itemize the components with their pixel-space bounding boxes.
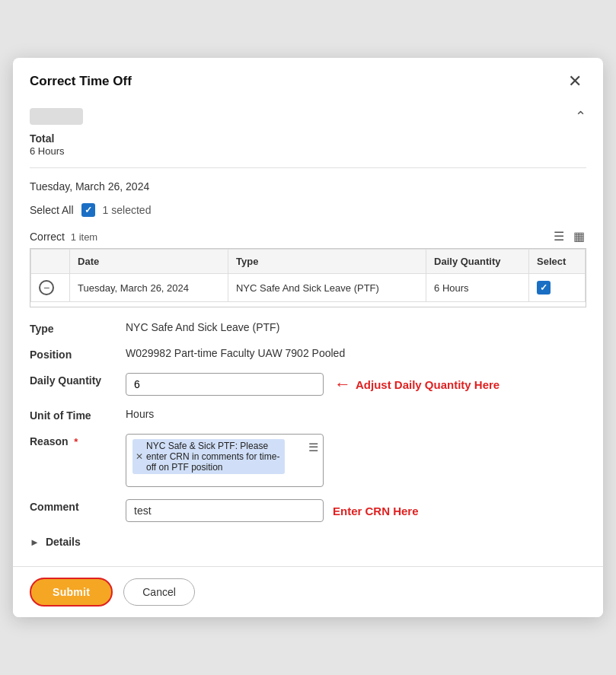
col-select: Select [529,250,586,274]
daily-quantity-input-group: ← Adjust Daily Quantity Here [126,373,500,396]
position-label: Position [30,347,113,361]
filter-icon-button[interactable]: ☰ [552,228,566,245]
type-row: Type NYC Safe And Sick Leave (PTF) [30,315,586,341]
collapse-icon[interactable]: ⌃ [575,108,586,125]
select-all-text: Select All [30,204,74,216]
table-head: Date Type Daily Quantity Select [31,250,586,274]
select-all-checkbox[interactable] [81,203,95,217]
time-off-table-wrapper: Date Type Daily Quantity Select Tuesday,… [30,248,586,307]
reason-row: Reason * ✕ NYC Safe & Sick PTF: Please e… [30,428,586,493]
close-button[interactable]: ✕ [563,72,586,91]
submit-button[interactable]: Submit [30,578,113,607]
row-select-cell [529,274,586,302]
comment-input-group: Enter CRN Here [126,499,419,522]
col-daily-quantity: Daily Quantity [426,250,529,274]
row-type-cell: NYC Safe And Sick Leave (PTF) [228,274,426,302]
reason-field[interactable]: ✕ NYC Safe & Sick PTF: Please enter CRN … [126,434,324,487]
details-row[interactable]: ► Details [30,528,586,551]
table-row: Tuesday, March 26, 2024 NYC Safe And Sic… [31,274,586,302]
total-value: 6 Hours [30,145,586,157]
reason-label: Reason * [30,434,113,447]
type-label: Type [30,321,113,335]
select-all-row: Select All 1 selected [30,197,586,223]
date-label: Tuesday, March 26, 2024 [30,176,586,197]
comment-input[interactable] [126,499,324,522]
row-select-checkbox[interactable] [537,281,551,295]
type-value: NYC Safe And Sick Leave (PTF) [126,321,279,333]
required-star: * [74,436,78,447]
correct-time-off-modal: Correct Time Off ✕ ⌃ Total 6 Hours Tuesd… [13,58,603,617]
table-body: Tuesday, March 26, 2024 NYC Safe And Sic… [31,274,586,302]
unit-of-time-value: Hours [126,408,154,420]
row-date-cell: Tuesday, March 26, 2024 [70,274,228,302]
details-label: Details [46,536,81,548]
correct-section-header: Correct 1 item ☰ ▦ [30,223,586,248]
row-action-cell [31,274,70,302]
daily-quantity-row: Daily Quantity ← Adjust Daily Quantity H… [30,367,586,402]
modal-body: ⌃ Total 6 Hours Tuesday, March 26, 2024 … [13,102,603,566]
adjust-annotation-text: Adjust Daily Quantity Here [356,378,500,391]
left-arrow-icon: ← [334,374,351,394]
table-header-row: Date Type Daily Quantity Select [31,250,586,274]
unit-of-time-row: Unit of Time Hours [30,402,586,428]
details-chevron-icon: ► [30,536,40,548]
minus-circle-button[interactable] [39,280,54,295]
reason-tag: ✕ NYC Safe & Sick PTF: Please enter CRN … [132,439,285,474]
table-icons: ☰ ▦ [552,228,586,245]
position-row: Position W029982 Part-time Faculty UAW 7… [30,341,586,367]
enter-crn-annotation: Enter CRN Here [333,505,419,517]
employee-section-header: ⌃ [30,102,586,128]
selected-count: 1 selected [103,204,152,216]
form-section: Type NYC Safe And Sick Leave (PTF) Posit… [30,307,586,559]
columns-icon-button[interactable]: ▦ [572,228,586,245]
divider-1 [30,167,586,168]
employee-avatar [30,108,83,125]
reason-tag-text: NYC Safe & Sick PTF: Please enter CRN in… [146,441,280,473]
row-daily-quantity-cell: 6 Hours [426,274,529,302]
reason-tag-remove[interactable]: ✕ [136,451,143,462]
adjust-annotation-group: ← Adjust Daily Quantity Here [334,374,500,394]
daily-quantity-input[interactable] [126,373,324,396]
modal-footer: Submit Cancel [13,566,603,617]
modal-overlay: Correct Time Off ✕ ⌃ Total 6 Hours Tuesd… [0,0,616,675]
unit-of-time-label: Unit of Time [30,408,113,422]
correct-label: Correct [30,231,65,243]
modal-title: Correct Time Off [30,74,132,89]
comment-row: Comment Enter CRN Here [30,493,586,528]
col-type: Type [228,250,426,274]
col-date: Date [70,250,228,274]
cancel-button[interactable]: Cancel [123,578,195,606]
position-value: W029982 Part-time Faculty UAW 7902 Poole… [126,347,345,359]
time-off-table: Date Type Daily Quantity Select Tuesday,… [30,249,586,302]
reason-list-icon[interactable]: ☰ [308,441,318,454]
correct-count: 1 item [71,231,97,243]
comment-label: Comment [30,499,113,513]
total-label: Total [30,132,586,145]
daily-quantity-label: Daily Quantity [30,373,113,387]
modal-header: Correct Time Off ✕ [13,58,603,102]
correct-label-group: Correct 1 item [30,231,97,243]
total-section: Total 6 Hours [30,128,586,160]
col-action [31,250,70,274]
